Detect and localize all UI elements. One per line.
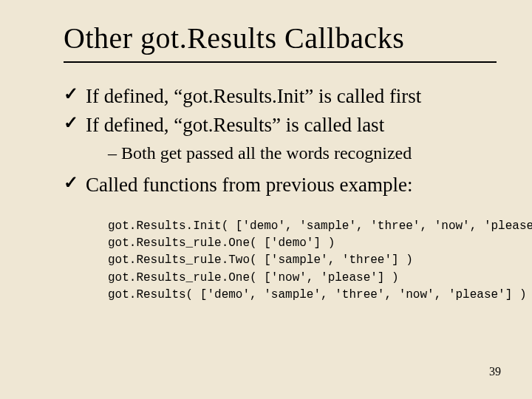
code-line: got.Results( ['demo', 'sample', 'three',… <box>108 288 527 301</box>
code-line: got.Results_rule.One( ['demo'] ) <box>108 236 335 250</box>
bullet-item-2: ✓ If defined, “got.Results” is called la… <box>64 112 497 166</box>
bullet-item-3: ✓ Called functions from previous example… <box>64 172 497 304</box>
code-line: got.Results_rule.One( ['now', 'please'] … <box>108 271 399 284</box>
check-icon: ✓ <box>64 114 78 132</box>
bullet-text: If defined, “got.Results.Init” is called… <box>86 85 421 107</box>
code-block: got.Results.Init( ['demo', 'sample', 'th… <box>108 201 497 304</box>
sub-list: Both get passed all the words recognized <box>108 142 497 165</box>
check-icon: ✓ <box>64 174 78 191</box>
slide-title: Other got.Results Callbacks <box>64 21 497 55</box>
title-rule <box>64 61 497 63</box>
page-number: 39 <box>489 365 501 378</box>
check-icon: ✓ <box>64 85 78 103</box>
bullet-text: If defined, “got.Results” is called last <box>86 114 384 136</box>
code-line: got.Results.Init( ['demo', 'sample', 'th… <box>108 219 532 233</box>
bullet-list: ✓ If defined, “got.Results.Init” is call… <box>64 83 497 304</box>
slide: Other got.Results Callbacks ✓ If defined… <box>0 0 532 399</box>
sub-text: Both get passed all the words recognized <box>121 143 412 163</box>
bullet-item-1: ✓ If defined, “got.Results.Init” is call… <box>64 83 497 109</box>
sub-item-1: Both get passed all the words recognized <box>108 142 497 165</box>
bullet-text: Called functions from previous example: <box>86 174 412 196</box>
code-line: got.Results_rule.Two( ['sample', 'three'… <box>108 253 413 267</box>
